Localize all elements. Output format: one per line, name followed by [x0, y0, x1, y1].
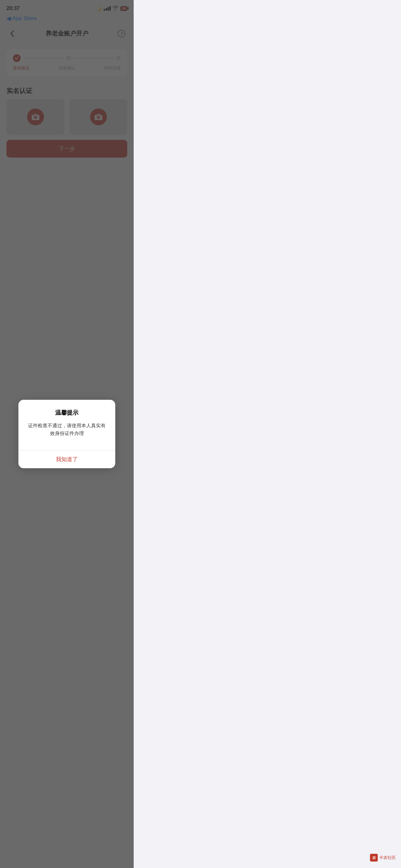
- overlay-backdrop: 温馨提示 证件检查不通过，请使用本人真实有效身份证件办理 我知道了: [0, 0, 134, 289]
